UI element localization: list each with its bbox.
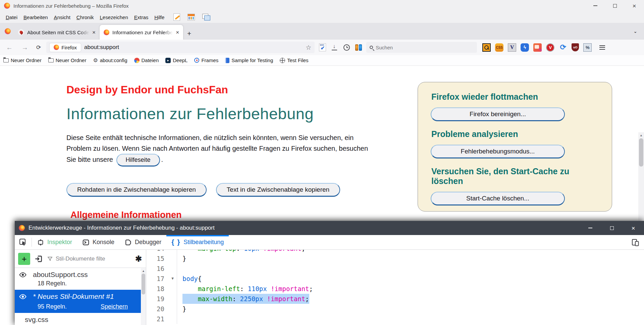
forward-button[interactable]: → [19, 44, 31, 51]
code-text[interactable]: margin-top: 10px !important; [182, 250, 305, 253]
import-stylesheet-button[interactable] [34, 254, 43, 263]
options-gear-icon[interactable]: ✱ [135, 254, 142, 264]
screenshot-editor-extension-icon[interactable] [533, 43, 542, 52]
css-extension-icon[interactable]: CSS [495, 43, 503, 52]
bookmark-star-icon[interactable]: ☆ [306, 44, 311, 51]
new-stylesheet-button[interactable]: + [18, 253, 30, 265]
responsive-design-mode-button[interactable] [631, 238, 639, 246]
devtools-maximize-button[interactable] [601, 221, 623, 235]
code-line[interactable]: 14 margin-top: 10px !important; [146, 250, 644, 253]
bookmark-frames[interactable]: Frames [194, 57, 218, 63]
new-tab-button[interactable]: + [183, 30, 195, 40]
devtools-close-button[interactable]: × [623, 221, 644, 235]
flash-shield-extension-icon[interactable]: ϟ [521, 43, 529, 52]
scroll-up-icon[interactable]: ▲ [141, 268, 146, 273]
v-extension-icon[interactable]: V [508, 43, 516, 52]
stylesheet-item-aboutsupport[interactable]: aboutSupport.css 18 Regeln. [15, 268, 146, 290]
menu-extras[interactable]: Extras [131, 13, 152, 22]
copy-text-button[interactable]: Text in die Zwischenablage kopieren [216, 183, 340, 197]
site-identity-badge[interactable]: Firefox [50, 43, 81, 52]
code-line[interactable]: 21 [146, 314, 644, 324]
copy-windows-extension-icon[interactable] [202, 14, 210, 20]
code-line[interactable]: 18 margin-left: 110px !important; [146, 284, 644, 294]
close-button[interactable]: × [625, 0, 644, 11]
bookmark-folder[interactable]: Neuer Ordner [48, 57, 87, 63]
tab-close-icon[interactable]: × [176, 30, 179, 35]
stylesheet-list-scrollbar[interactable]: ▲ [141, 268, 146, 325]
clear-startup-cache-button[interactable]: Start-Cache löschen... [431, 192, 565, 205]
code-line[interactable]: 15} [146, 253, 644, 264]
stylesheet-item-new-document[interactable]: * Neues Stil-Dokument #1 95 Regeln. Spei… [15, 290, 146, 313]
fold-arrow-icon[interactable]: ▼ [168, 274, 177, 284]
scrollbar-thumb[interactable] [639, 138, 643, 167]
troubleshoot-mode-button[interactable]: Fehlerbehebungsmodus... [431, 145, 565, 158]
scroll-up-icon[interactable]: ▲ [638, 132, 644, 137]
bookmark-sample-testing[interactable]: Sample for Testing [225, 57, 273, 63]
refresh-firefox-button[interactable]: Firefox bereinigen... [431, 107, 565, 121]
back-button[interactable]: ← [3, 44, 15, 51]
reload-button[interactable]: ⟳ [34, 44, 43, 51]
history-clock-icon[interactable] [342, 44, 351, 51]
visibility-eye-icon[interactable] [19, 294, 27, 299]
sync-extension-icon[interactable]: ⟳ [559, 43, 567, 52]
bookmark-test-files[interactable]: Test Files [280, 57, 308, 63]
bookmark-folder[interactable]: Neuer Ordner [3, 57, 42, 63]
menu-lesezeichen[interactable]: Lesezeichen [97, 13, 131, 22]
devtools-minimize-button[interactable] [580, 221, 601, 235]
code-text[interactable]: margin-left: 110px !important; [182, 284, 313, 294]
menu-hamburger-icon[interactable] [596, 44, 608, 51]
code-line[interactable]: 17▼body{ [146, 274, 644, 284]
search-input[interactable] [376, 45, 463, 50]
tab-konsole[interactable]: Konsole [77, 235, 119, 249]
menu-chronik[interactable]: Chronik [73, 13, 97, 22]
tab-stilbearbeitung[interactable]: { } Stilbearbeitung [166, 235, 229, 249]
battery-extension-icon[interactable] [354, 44, 363, 51]
maximize-button[interactable] [605, 0, 625, 11]
site-search-extension-icon[interactable] [482, 43, 491, 52]
search-bar[interactable] [366, 42, 477, 53]
tab-fehlerbehebung[interactable]: Informationen zur Fehlerbe × [100, 25, 183, 40]
tab-about-css[interactable]: About Seiten mit CSS Code × [14, 25, 100, 40]
vimium-extension-icon[interactable]: V [546, 43, 554, 52]
url-bar[interactable]: Firefox about:support ☆ [46, 42, 315, 53]
css-source-editor[interactable]: 14 margin-top: 10px !important;15}1617▼b… [146, 250, 644, 325]
code-line[interactable]: 20} [146, 304, 644, 314]
code-lines[interactable]: 14 margin-top: 10px !important;15}1617▼b… [146, 250, 644, 325]
bookmark-deepl[interactable]: ▸DeepL [165, 57, 187, 63]
visibility-eye-icon[interactable] [19, 272, 27, 278]
bookmark-aboutconfig[interactable]: ⚙about:config [93, 57, 127, 63]
tab-debugger[interactable]: Debugger [119, 235, 166, 249]
code-text[interactable]: } [182, 253, 186, 264]
ublock-origin-extension-icon[interactable]: uO [572, 43, 579, 51]
menu-bearbeiten[interactable]: Bearbeiten [20, 13, 51, 22]
notes-extension-icon[interactable] [173, 13, 180, 21]
list-all-tabs-button[interactable]: ⌄ [629, 29, 642, 34]
menu-ansicht[interactable]: Ansicht [51, 13, 73, 22]
menu-hilfe[interactable]: Hilfe [151, 13, 167, 22]
stylesheet-item-svg[interactable]: svg.css [15, 313, 146, 325]
code-text[interactable]: max-width: 2250px !important; [182, 294, 309, 304]
code-text[interactable]: } [182, 304, 186, 314]
code-line[interactable]: 19 max-width: 2250px !important; [146, 294, 644, 304]
help-page-button[interactable]: Hilfeseite [116, 154, 160, 166]
table-extension-icon[interactable] [187, 14, 195, 20]
tab-close-icon[interactable]: × [92, 30, 96, 35]
filter-stylesheets-input[interactable] [56, 256, 109, 262]
save-stylesheet-link[interactable]: Speichern [101, 303, 128, 310]
scrollbar-thumb[interactable] [142, 274, 145, 294]
bookmark-dateien[interactable]: Dateien [134, 57, 159, 63]
code-text[interactable]: body{ [182, 274, 202, 284]
code-line[interactable]: 16 [146, 264, 644, 274]
pick-element-button[interactable] [15, 235, 32, 249]
menu-datei[interactable]: Datei [3, 13, 20, 22]
measure-extension-icon[interactable]: % [583, 43, 592, 52]
url-text[interactable]: about:support [84, 44, 119, 51]
tab-inspektor[interactable]: Inspektor [32, 235, 77, 249]
firefox-view-button[interactable] [5, 28, 11, 34]
minimize-button[interactable] [586, 0, 605, 11]
page-scrollbar[interactable]: ▲ [638, 132, 644, 221]
downloads-icon[interactable] [330, 44, 339, 50]
copy-raw-data-button[interactable]: Rohdaten in die Zwischenablage kopieren [66, 183, 207, 197]
filter-stylesheets-field[interactable] [47, 256, 131, 262]
w3c-validator-icon[interactable] [318, 43, 327, 51]
